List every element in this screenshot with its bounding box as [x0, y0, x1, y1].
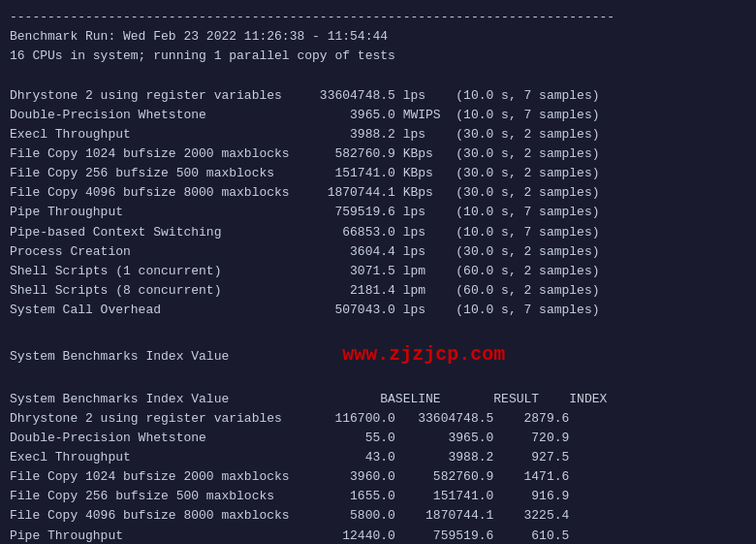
- benchmark-item: File Copy 4096 bufsize 8000 maxblocks 18…: [10, 183, 746, 203]
- benchmark-item: Shell Scripts (8 concurrent) 2181.4 lpm …: [10, 281, 746, 301]
- benchmark-item: Execl Throughput 3988.2 lps (30.0 s, 2 s…: [10, 125, 746, 144]
- table-row: Double-Precision Whetstone 55.0 3965.0 7…: [10, 429, 746, 448]
- benchmark-item: Pipe Throughput 759519.6 lps (10.0 s, 7 …: [10, 203, 746, 222]
- benchmark-list: Dhrystone 2 using register variables 336…: [10, 86, 746, 321]
- table-row: File Copy 1024 bufsize 2000 maxblocks 39…: [10, 467, 746, 487]
- benchmark-item: Pipe-based Context Switching 66853.0 lps…: [10, 223, 746, 242]
- blank-line: [10, 66, 746, 85]
- blank-line3: [10, 369, 746, 389]
- table-row: Dhrystone 2 using register variables 116…: [10, 409, 746, 429]
- blank-line2: [10, 320, 746, 339]
- divider-top: ----------------------------------------…: [10, 8, 746, 27]
- header-line1: Benchmark Run: Wed Feb 23 2022 11:26:38 …: [10, 27, 746, 47]
- benchmark-item: Double-Precision Whetstone 3965.0 MWIPS …: [10, 106, 746, 125]
- benchmark-item: Shell Scripts (1 concurrent) 3071.5 lpm …: [10, 262, 746, 281]
- watermark-line: System Benchmarks Index Value www.zjzjcp…: [10, 339, 746, 369]
- table-row: Execl Throughput 43.0 3988.2 927.5: [10, 448, 746, 467]
- table-row: File Copy 256 bufsize 500 maxblocks 1655…: [10, 487, 746, 506]
- benchmark-item: File Copy 256 bufsize 500 maxblocks 1517…: [10, 164, 746, 183]
- table-row: File Copy 4096 bufsize 8000 maxblocks 58…: [10, 506, 746, 526]
- header-line2: 16 CPUs in system; running 1 parallel co…: [10, 47, 746, 66]
- terminal: ----------------------------------------…: [10, 8, 746, 544]
- benchmark-item: System Call Overhead 507043.0 lps (10.0 …: [10, 301, 746, 320]
- table-row: Pipe Throughput 12440.0 759519.6 610.5: [10, 527, 746, 544]
- table-rows: Dhrystone 2 using register variables 116…: [10, 409, 746, 544]
- table-header: System Benchmarks Index Value BASELINE R…: [10, 390, 746, 409]
- benchmark-item: File Copy 1024 bufsize 2000 maxblocks 58…: [10, 144, 746, 164]
- watermark-container: System Benchmarks Index Value www.zjzjcp…: [10, 339, 746, 369]
- watermark-text: www.zjzjcp.com: [342, 343, 505, 366]
- benchmark-item: Process Creation 3604.4 lps (30.0 s, 2 s…: [10, 242, 746, 262]
- benchmark-item: Dhrystone 2 using register variables 336…: [10, 86, 746, 106]
